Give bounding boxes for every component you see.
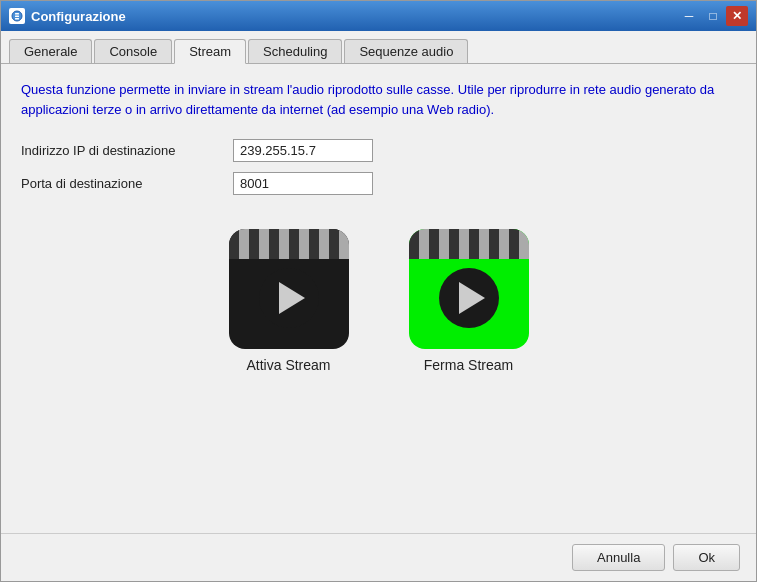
annulla-button[interactable]: Annulla <box>572 544 665 571</box>
titlebar: Configurazione ─ □ ✕ <box>1 1 756 31</box>
play-triangle-inactive <box>279 282 305 314</box>
port-label: Porta di destinazione <box>21 176 221 191</box>
ip-input[interactable] <box>233 139 373 162</box>
tab-stream[interactable]: Stream <box>174 39 246 64</box>
maximize-button[interactable]: □ <box>702 6 724 26</box>
svg-rect-2 <box>15 16 19 18</box>
ip-field-row: Indirizzo IP di destinazione <box>21 139 736 162</box>
ip-label: Indirizzo IP di destinazione <box>21 143 221 158</box>
ferma-stream-label: Ferma Stream <box>424 357 513 373</box>
tab-scheduling[interactable]: Scheduling <box>248 39 342 63</box>
svg-rect-1 <box>15 13 19 15</box>
ferma-stream-button[interactable]: Ferma Stream <box>409 229 529 373</box>
play-circle-active <box>439 268 499 328</box>
window-controls: ─ □ ✕ <box>678 6 748 26</box>
ferma-clapperboard-icon <box>409 229 529 349</box>
clapper-stripes-active <box>409 229 529 259</box>
clapper-top-active <box>409 229 529 259</box>
tab-content: Questa funzione permette in inviare in s… <box>1 64 756 533</box>
tab-sequenze-audio[interactable]: Sequenze audio <box>344 39 468 63</box>
port-input[interactable] <box>233 172 373 195</box>
tab-console[interactable]: Console <box>94 39 172 63</box>
window-title: Configurazione <box>31 9 678 24</box>
ok-button[interactable]: Ok <box>673 544 740 571</box>
attiva-stream-label: Attiva Stream <box>246 357 330 373</box>
clapper-top-inactive <box>229 229 349 259</box>
window-icon <box>9 8 25 24</box>
info-text: Questa funzione permette in inviare in s… <box>21 80 736 119</box>
tab-generale[interactable]: Generale <box>9 39 92 63</box>
stream-buttons-area: Attiva Stream Ferma Stream <box>21 219 736 517</box>
port-field-row: Porta di destinazione <box>21 172 736 195</box>
close-button[interactable]: ✕ <box>726 6 748 26</box>
tabs-bar: Generale Console Stream Scheduling Seque… <box>1 31 756 64</box>
play-triangle-active <box>459 282 485 314</box>
minimize-button[interactable]: ─ <box>678 6 700 26</box>
attiva-clapperboard-icon <box>229 229 349 349</box>
clapper-stripes <box>229 229 349 259</box>
svg-rect-3 <box>15 18 19 20</box>
fields-section: Indirizzo IP di destinazione Porta di de… <box>21 139 736 195</box>
main-window: Configurazione ─ □ ✕ Generale Console St… <box>0 0 757 582</box>
attiva-stream-button[interactable]: Attiva Stream <box>229 229 349 373</box>
footer: Annulla Ok <box>1 533 756 581</box>
play-circle-inactive <box>259 268 319 328</box>
